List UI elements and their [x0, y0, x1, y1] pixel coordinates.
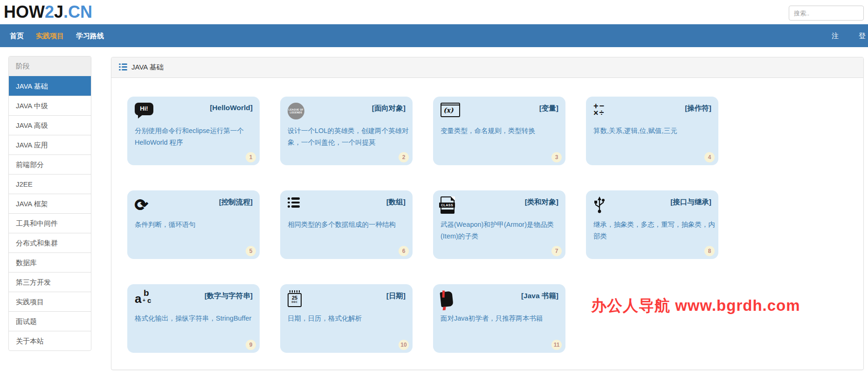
main-navbar: 首页实践项目学习路线 注册登录	[0, 24, 868, 47]
navbar-items: 首页实践项目学习路线	[4, 24, 110, 47]
card-number-badge: 3	[551, 152, 562, 162]
book-icon	[441, 290, 453, 309]
card-number-badge: 2	[399, 152, 409, 162]
course-card-7[interactable]: CLASS[类和对象]武器(Weapon)和护甲(Armor)是物品类(Item…	[433, 190, 565, 259]
card-number-badge: 1	[246, 152, 256, 162]
operators-icon: +−×÷	[593, 103, 605, 121]
logo-segment-2: J	[54, 2, 63, 21]
card-title: [接口与继承]	[670, 197, 711, 207]
sidebar-item-3[interactable]: JAVA 应用	[9, 135, 91, 154]
variable-icon: (x)	[441, 103, 460, 121]
list-icon	[119, 63, 127, 72]
card-title: [数组]	[386, 197, 406, 207]
sidebar-header: 阶段	[9, 56, 91, 76]
usb-icon	[593, 196, 606, 215]
site-logo[interactable]: HOW2J.CN	[4, 2, 92, 22]
card-title: [变量]	[539, 104, 558, 113]
logo-segment-0: HOW	[4, 2, 45, 21]
card-number-badge: 8	[704, 246, 715, 256]
font-abc-icon: ab+c	[135, 290, 156, 309]
sidebar-item-10[interactable]: 第三方开发	[9, 272, 91, 292]
list-icon	[288, 196, 300, 215]
course-card-6[interactable]: [数组]相同类型的多个数据组成的一种结构6	[280, 190, 413, 259]
card-number-badge: 6	[399, 246, 409, 256]
card-title: [类和对象]	[525, 197, 558, 207]
card-title: [操作符]	[685, 104, 711, 113]
sidebar-item-7[interactable]: 工具和中间件	[9, 213, 91, 233]
sidebar-item-0[interactable]: JAVA 基础	[9, 76, 91, 96]
card-description: 算数,关系,逻辑,位,赋值,三元	[593, 125, 716, 137]
card-description: 武器(Weapon)和护甲(Armor)是物品类(Item)的子类	[441, 219, 563, 242]
class-file-icon: CLASS	[441, 196, 455, 215]
sidebar-item-6[interactable]: JAVA 框架	[9, 194, 91, 213]
card-number-badge: 9	[246, 340, 256, 350]
rotate-arrows-icon: ⟳	[135, 196, 148, 215]
page: { "colors":{ "blue":"#3a77b0","accent":"…	[0, 0, 868, 378]
sidebar-item-13[interactable]: 关于本站	[9, 331, 91, 350]
card-title: [日期]	[386, 291, 406, 301]
card-description: 分别使用命令行和eclipse运行第一个 HelloWorld 程序	[135, 125, 257, 148]
course-card-3[interactable]: (x)[变量]变量类型，命名规则，类型转换3	[433, 97, 565, 165]
sidebar-list: JAVA 基础JAVA 中级JAVA 高级JAVA 应用前端部分J2EEJAVA…	[9, 76, 91, 350]
course-card-1[interactable]: Hi![HelloWorld]分别使用命令行和eclipse运行第一个 Hell…	[127, 97, 260, 165]
sidebar-item-2[interactable]: JAVA 高级	[9, 115, 91, 135]
watermark-text: 办公人导航 www.bgrdh.com	[591, 295, 800, 316]
lol-icon: LEAGUE OFLEGENDS	[288, 103, 304, 121]
nav-item-1[interactable]: 实践项目	[30, 24, 70, 47]
stage-sidebar: 阶段 JAVA 基础JAVA 中级JAVA 高级JAVA 应用前端部分J2EEJ…	[8, 56, 91, 351]
card-description: 继承，抽象类，多态，重写，抽象类，内部类	[593, 219, 716, 242]
card-description: 格式化输出，操纵字符串，StringBuffer	[135, 313, 257, 324]
search-input[interactable]	[789, 6, 864, 21]
card-description: 面对Java初学者，只推荐两本书籍	[441, 313, 563, 324]
sidebar-item-1[interactable]: JAVA 中级	[9, 96, 91, 115]
nav-item-0[interactable]: 首页	[4, 24, 30, 47]
card-title: [数字与字符串]	[205, 291, 253, 301]
card-title: [HelloWorld]	[210, 104, 253, 112]
sidebar-item-8[interactable]: 分布式和集群	[9, 233, 91, 252]
card-number-badge: 10	[399, 340, 409, 350]
course-card-8[interactable]: [接口与继承]继承，抽象类，多态，重写，抽象类，内部类8	[586, 190, 718, 259]
nav-item-2[interactable]: 学习路线	[70, 24, 110, 47]
sidebar-item-9[interactable]: 数据库	[9, 252, 91, 272]
calendar-icon: 25DEC	[288, 290, 302, 309]
course-card-9[interactable]: ab+c[数字与字符串]格式化输出，操纵字符串，StringBuffer9	[127, 284, 260, 353]
card-description: 条件判断，循环语句	[135, 219, 257, 231]
card-description: 变量类型，命名规则，类型转换	[441, 125, 563, 137]
card-number-badge: 4	[704, 152, 715, 162]
card-description: 相同类型的多个数据组成的一种结构	[288, 219, 410, 231]
panel-title: JAVA 基础	[131, 63, 164, 72]
logo-segment-1: 2	[45, 2, 54, 21]
card-number-badge: 7	[551, 246, 562, 256]
content-panel: JAVA 基础 Hi![HelloWorld]分别使用命令行和eclipse运行…	[111, 57, 864, 370]
card-description: 日期，日历，格式化解析	[288, 313, 410, 324]
sidebar-item-12[interactable]: 面试题	[9, 311, 91, 331]
course-card-2[interactable]: LEAGUE OFLEGENDS[面向对象]设计一个LOL的英雄类，创建两个英雄…	[280, 97, 413, 165]
course-card-4[interactable]: +−×÷[操作符]算数,关系,逻辑,位,赋值,三元4	[586, 97, 718, 165]
card-title: [控制流程]	[219, 197, 253, 207]
hi-bubble-icon: Hi!	[135, 103, 153, 121]
card-number-badge: 11	[551, 340, 562, 350]
panel-header: JAVA 基础	[111, 57, 863, 78]
card-description: 设计一个LOL的英雄类，创建两个英雄对象，一个叫盖伦，一个叫提莫	[288, 125, 410, 148]
sidebar-item-5[interactable]: J2EE	[9, 174, 91, 194]
card-title: [Java 书籍]	[521, 291, 558, 301]
sidebar-item-4[interactable]: 前端部分	[9, 154, 91, 174]
logo-segment-3: .CN	[63, 2, 92, 21]
course-card-10[interactable]: 25DEC[日期]日期，日历，格式化解析10	[280, 284, 413, 353]
card-title: [面向对象]	[372, 104, 406, 113]
card-number-badge: 5	[246, 246, 256, 256]
course-card-5[interactable]: ⟳[控制流程]条件判断，循环语句5	[127, 190, 260, 259]
top-header: HOW2J.CN	[0, 0, 868, 24]
course-card-11[interactable]: [Java 书籍]面对Java初学者，只推荐两本书籍11	[433, 284, 565, 353]
sidebar-item-11[interactable]: 实践项目	[9, 292, 91, 311]
